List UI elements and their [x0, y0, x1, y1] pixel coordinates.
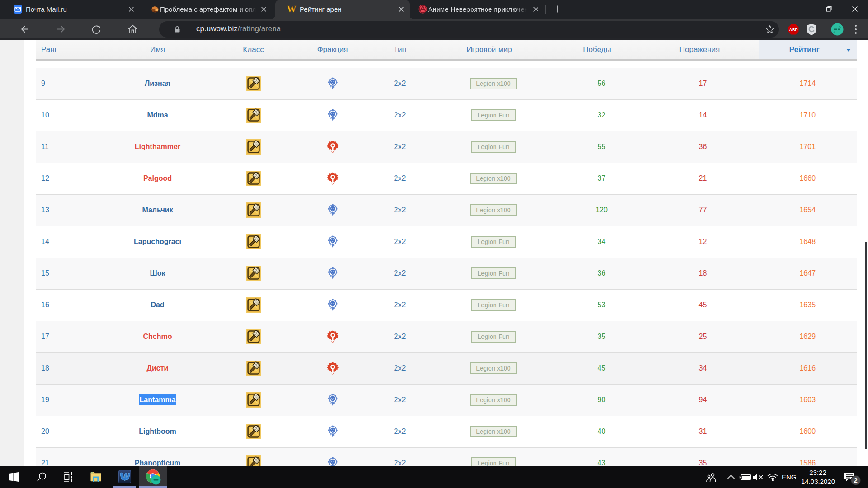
svg-text:W: W [287, 4, 297, 14]
svg-text:2: 2 [854, 477, 858, 484]
svg-text:ABP: ABP [789, 28, 797, 32]
